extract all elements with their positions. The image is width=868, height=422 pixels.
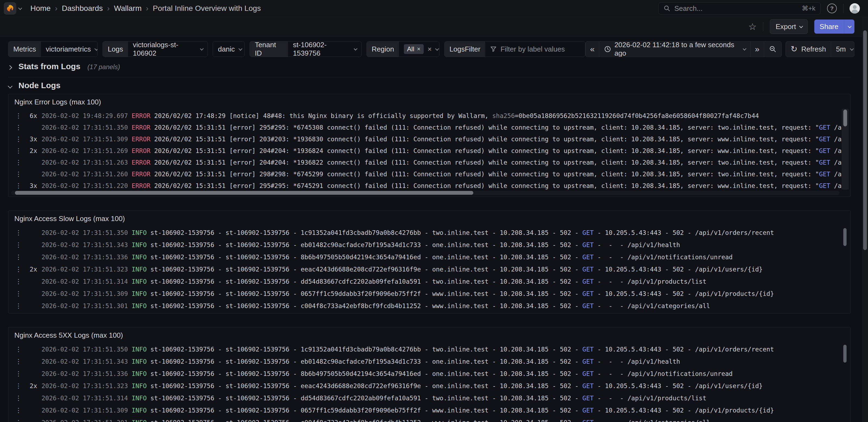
row-menu-icon[interactable]: ⋮ <box>15 253 22 261</box>
chevron-down-icon <box>743 47 746 51</box>
zoom-out-button[interactable] <box>764 41 781 57</box>
log-message-segment: /api/ <box>830 182 841 189</box>
log-level: INFO <box>131 278 147 285</box>
log-message-segment: GET <box>582 302 594 310</box>
log-message-segment: st-106902-1539756 - st-106902-1539756 - … <box>151 395 582 402</box>
log-message-segment: 2026/02/02 15:31:51 [error] 204#204: *19… <box>154 147 819 154</box>
chip-remove-icon[interactable]: × <box>417 45 421 53</box>
log-timestamp: 2026-02-02 17:31:51.309 <box>41 136 128 143</box>
variable-metrics-select[interactable]: victoriametrics <box>41 41 98 57</box>
log-row: ⋮2026-02-02 17:31:51.336 INFO st-106902-… <box>8 251 841 263</box>
region-chip-all[interactable]: All × <box>404 44 424 54</box>
row-menu-icon[interactable]: ⋮ <box>15 302 22 310</box>
row-menu-icon[interactable]: ⋮ <box>15 229 22 236</box>
log-timestamp: 2026-02-02 17:31:51.301 <box>41 419 128 422</box>
log-list: ⋮6x2026-02-02 19:48:29.697 ERROR 2026/02… <box>8 110 841 192</box>
log-row: ⋮2026-02-02 17:31:51.301 INFO st-106902-… <box>8 416 841 422</box>
log-message-segment: GET <box>819 124 830 131</box>
row-menu-icon[interactable]: ⋮ <box>15 135 22 143</box>
log-row: ⋮2026-02-02 17:31:51.263 ERROR 2026/02/0… <box>8 157 841 168</box>
row-menu-icon[interactable]: ⋮ <box>15 241 22 249</box>
breadcrumb-item[interactable]: Dashboards <box>62 4 103 13</box>
time-range-picker[interactable]: 2026-02-02 11:42:18 to a few seconds ago <box>599 41 750 57</box>
logsfilter-input[interactable]: Filter by label values <box>485 41 585 57</box>
variable-logs-select[interactable]: victorialogs-st-106902 <box>128 41 208 57</box>
time-shift-back-button[interactable]: « <box>586 41 599 57</box>
scrollbar-thumb[interactable] <box>863 30 867 250</box>
log-message-segment: st-106902-1539756 - st-106902-1539756 - … <box>151 241 582 249</box>
row-menu-icon[interactable]: ⋮ <box>15 358 22 365</box>
log-line: 2026-02-02 17:31:51.301 INFO st-106902-1… <box>41 302 841 310</box>
variable-tenant-select[interactable]: st-106902-1539756 <box>288 41 361 57</box>
log-message-segment: /api/ <box>830 147 841 154</box>
row-menu-icon[interactable]: ⋮ <box>15 124 22 131</box>
variable-metrics-label: Metrics <box>8 41 41 57</box>
log-message-segment: - 10.205.5.43:443 - 502 - /api/v1/produc… <box>594 407 774 414</box>
share-menu-button[interactable] <box>844 20 855 34</box>
row-menu-icon[interactable]: ⋮ <box>15 170 22 178</box>
log-row: ⋮2026-02-02 17:31:51.260 ERROR 2026/02/0… <box>8 168 841 180</box>
row-menu-icon[interactable]: ⋮ <box>15 419 22 422</box>
row-menu-icon[interactable]: ⋮ <box>15 382 22 390</box>
log-message-segment: 2026/02/02 15:31:51 [error] 204#204: *19… <box>154 159 819 166</box>
row-node-logs[interactable]: Node Logs <box>8 81 61 90</box>
log-message-segment: 2026/02/02 15:31:51 [error] 295#295: *67… <box>154 182 819 189</box>
scrollbar-thumb[interactable] <box>843 109 847 126</box>
row-dedup-count: 3x <box>22 136 37 143</box>
log-message-segment: 2026/02/02 15:31:51 [error] 298#298: *67… <box>154 171 819 177</box>
time-shift-forward-button[interactable]: » <box>750 41 764 57</box>
panel-vertical-scrollbar[interactable] <box>843 228 846 246</box>
user-avatar[interactable] <box>849 3 860 13</box>
refresh-group: ↻ Refresh 5m <box>785 41 855 57</box>
row-menu-icon[interactable]: ⋮ <box>15 370 22 378</box>
log-timestamp: 2026-02-02 17:31:51.269 <box>41 147 128 154</box>
row-menu-icon[interactable]: ⋮ <box>15 394 22 402</box>
log-line: 2026-02-02 17:31:51.350 INFO st-106902-1… <box>41 229 841 236</box>
clear-selection-icon[interactable]: × <box>428 45 432 54</box>
log-line: 2026-02-02 17:31:51.336 INFO st-106902-1… <box>41 254 841 261</box>
log-level: INFO <box>131 419 147 422</box>
help-button[interactable]: ? <box>827 3 837 14</box>
log-level: ERROR <box>131 124 150 131</box>
log-row: ⋮3x2026-02-02 17:31:51.220 ERROR 2026/02… <box>8 180 841 192</box>
chevron-down-icon <box>200 47 204 51</box>
refresh-button[interactable]: ↻ Refresh <box>786 41 831 57</box>
refresh-interval-select[interactable]: 5m <box>831 41 855 57</box>
log-message-segment: st-106902-1539756 - st-106902-1539756 - … <box>151 382 582 389</box>
panel-horizontal-scrollbar[interactable] <box>11 191 839 195</box>
variable-region-select[interactable]: All × × <box>399 41 439 57</box>
row-dedup-count: 2x <box>22 382 37 389</box>
row-menu-icon[interactable]: ⋮ <box>15 278 22 285</box>
panel-vertical-scrollbar[interactable] <box>842 109 849 190</box>
panel-vertical-scrollbar[interactable] <box>843 345 846 363</box>
log-message-segment: - - - /api/v1/categories/all <box>594 302 710 310</box>
row-menu-icon[interactable]: ⋮ <box>15 407 22 414</box>
export-button[interactable]: Export <box>770 19 807 34</box>
log-line: 2026-02-02 17:31:51.263 ERROR 2026/02/02… <box>41 159 841 166</box>
row-menu-icon[interactable]: ⋮ <box>15 290 22 297</box>
breadcrumb-item[interactable]: Portal Inline Overview with Logs <box>153 4 261 13</box>
row-menu-icon[interactable]: ⋮ <box>15 147 22 155</box>
row-menu-icon[interactable]: ⋮ <box>15 265 22 273</box>
row-dedup-count: 6x <box>22 112 37 119</box>
log-message-segment: - 10.205.5.43:443 - 502 - /api/v1/orders… <box>594 229 774 236</box>
share-button[interactable]: Share <box>814 20 855 34</box>
page-scrollbar[interactable] <box>862 17 868 422</box>
row-menu-icon[interactable]: ⋮ <box>15 112 22 120</box>
row-menu-icon[interactable]: ⋮ <box>15 346 22 353</box>
scrollbar-thumb[interactable] <box>15 191 473 195</box>
breadcrumb-item[interactable]: Wallarm <box>114 4 142 13</box>
variable-instance-select[interactable]: danic <box>213 41 245 57</box>
breadcrumb-item[interactable]: Home <box>30 4 51 13</box>
log-message-segment: - - - /api/v1/health <box>594 241 680 249</box>
log-timestamp: 2026-02-02 17:31:51.343 <box>41 241 128 249</box>
row-menu-icon[interactable]: ⋮ <box>15 182 22 190</box>
row-menu-icon[interactable]: ⋮ <box>15 159 22 166</box>
org-switcher-chevron-icon[interactable] <box>19 6 21 11</box>
row-stats-from-logs[interactable]: Stats from Logs (17 panels) <box>8 62 120 71</box>
favorite-star-icon[interactable]: ☆ <box>748 21 756 32</box>
grafana-logo[interactable] <box>4 2 16 14</box>
breadcrumb: Home›Dashboards›Wallarm›Portal Inline Ov… <box>30 4 261 13</box>
search-input[interactable]: Search... ⌘+k <box>658 2 820 14</box>
log-timestamp: 2026-02-02 19:48:29.697 <box>41 112 128 119</box>
